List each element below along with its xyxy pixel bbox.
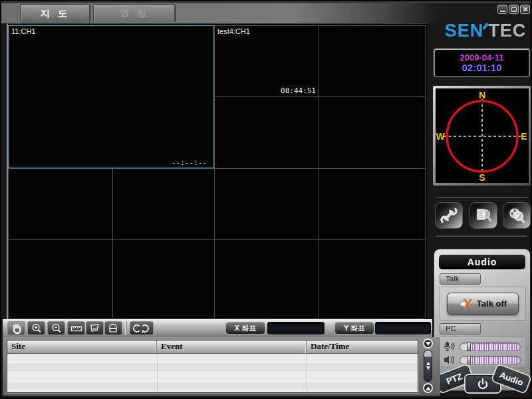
ruler-icon — [70, 323, 82, 334]
pan-hand-icon — [11, 323, 23, 334]
close-icon — [522, 6, 529, 13]
mic-volume-slider[interactable] — [460, 342, 521, 351]
time-value: 02:01:10 — [462, 63, 501, 73]
speaker-icon — [443, 354, 456, 366]
measure-area-button[interactable]: m² — [86, 321, 104, 335]
microphone-icon — [443, 340, 456, 352]
triangle-up-icon — [426, 386, 431, 390]
speaker-slider-handle[interactable] — [467, 356, 471, 364]
table-row — [7, 354, 418, 363]
rotate-button[interactable] — [130, 321, 154, 335]
svg-text:m²: m² — [92, 326, 98, 331]
printer-icon — [108, 323, 120, 334]
column-header-datetime: Date/Time — [307, 340, 418, 353]
logo-text-sen: SEN — [445, 21, 484, 41]
app-window: 지 도 영 상 test4:CH1 08:44:51 1 — [0, 0, 532, 399]
video-cell-selected[interactable]: 11:CH1 --:--:-- — [8, 25, 214, 168]
video-cell[interactable] — [319, 96, 426, 169]
area-measure-icon: m² — [89, 323, 101, 334]
video-cell[interactable] — [8, 168, 113, 240]
zoom-in-button[interactable] — [27, 321, 45, 335]
video-cell[interactable] — [319, 25, 426, 97]
zoom-in-icon — [31, 323, 43, 334]
log-search-icon — [474, 206, 493, 225]
tab-video[interactable]: 영 상 — [93, 4, 176, 22]
column-header-site: Site — [7, 340, 157, 353]
tab-map[interactable]: 지 도 — [20, 4, 90, 23]
y-coordinate-input[interactable] — [375, 322, 431, 334]
table-row — [7, 372, 418, 382]
video-search-button[interactable] — [503, 202, 531, 229]
print-button[interactable] — [104, 321, 122, 335]
camera-label: 11:CH1 — [11, 27, 35, 35]
maximize-button[interactable] — [509, 5, 519, 14]
event-table: Site Event Date/Time — [7, 340, 418, 393]
compass-s-label: S — [479, 172, 485, 183]
talk-off-button[interactable]: Talk off — [447, 293, 519, 315]
zoom-out-button[interactable] — [47, 321, 65, 335]
talk-off-icon — [459, 297, 473, 311]
y-coordinate-label: Y 좌표 — [335, 323, 374, 334]
event-log-region: Site Event Date/Time — [3, 337, 440, 396]
pan-button[interactable] — [7, 321, 25, 335]
triangle-down-icon — [426, 366, 430, 370]
video-cell[interactable]: test4:CH1 08:44:51 — [214, 25, 319, 97]
compass-rose: N S W E — [436, 88, 529, 183]
x-coordinate-label: X 좌표 — [226, 323, 265, 334]
settings-button[interactable] — [435, 202, 463, 229]
video-cell[interactable] — [8, 239, 113, 319]
logo-text-tec: TEC — [488, 21, 526, 41]
camera-label: test4:CH1 — [217, 27, 250, 35]
video-cell[interactable] — [112, 239, 215, 319]
video-cell[interactable] — [112, 168, 215, 240]
scroll-bottom-button[interactable] — [423, 383, 433, 393]
zoom-out-icon — [51, 323, 63, 334]
event-table-scrollbar — [422, 338, 434, 394]
log-search-button[interactable] — [469, 202, 497, 229]
pc-section-label: PC — [440, 323, 481, 334]
column-header-event: Event — [157, 340, 307, 353]
triangle-down-icon — [426, 342, 431, 346]
scroll-top-button[interactable] — [423, 338, 433, 348]
column-divider — [157, 354, 158, 392]
table-row — [7, 382, 418, 391]
maximize-icon — [511, 7, 517, 12]
compass-n-label: N — [479, 90, 485, 100]
camera-timestamp: --:--:-- — [172, 158, 207, 167]
table-row — [7, 363, 418, 372]
date-value: 2009-04-11 — [460, 53, 504, 63]
triangle-up-icon — [426, 362, 430, 365]
datetime-display: 2009-04-11 02:01:10 — [434, 49, 530, 77]
talk-section: Talk off — [440, 287, 526, 321]
speaker-volume-slider[interactable] — [460, 356, 521, 364]
video-grid: test4:CH1 08:44:51 11:CH1 --:--:-- — [7, 23, 427, 319]
event-table-header: Site Event Date/Time — [7, 340, 418, 354]
talk-off-label: Talk off — [477, 299, 507, 309]
video-cell[interactable] — [214, 168, 319, 240]
minimize-button[interactable] — [497, 5, 507, 14]
window-controls — [497, 5, 530, 14]
map-toolbar: m² X 좌표 Y 좌표 — [3, 319, 432, 337]
scrollbar-thumb[interactable] — [424, 350, 432, 382]
video-cell[interactable] — [319, 168, 426, 240]
pc-section — [440, 336, 526, 367]
sentec-logo: SENTEC — [439, 19, 532, 43]
toolbar-separator — [125, 321, 127, 335]
mic-slider-handle[interactable] — [467, 342, 471, 351]
video-cell[interactable] — [319, 239, 426, 319]
divider — [436, 196, 527, 198]
power-icon — [477, 378, 489, 390]
video-cell[interactable] — [214, 239, 319, 319]
camera-timestamp: 08:44:51 — [281, 86, 316, 95]
rotate-icon — [133, 323, 150, 334]
divider — [436, 235, 527, 237]
video-search-icon — [507, 206, 526, 225]
x-coordinate-input[interactable] — [267, 322, 325, 334]
compass[interactable]: N S W E — [436, 88, 529, 183]
compass-e-label: E — [521, 131, 527, 142]
close-button[interactable] — [520, 5, 530, 14]
video-cell[interactable] — [214, 96, 319, 169]
wrench-icon — [440, 206, 458, 225]
audio-panel-title: Audio — [439, 255, 525, 269]
measure-distance-button[interactable] — [67, 321, 85, 335]
